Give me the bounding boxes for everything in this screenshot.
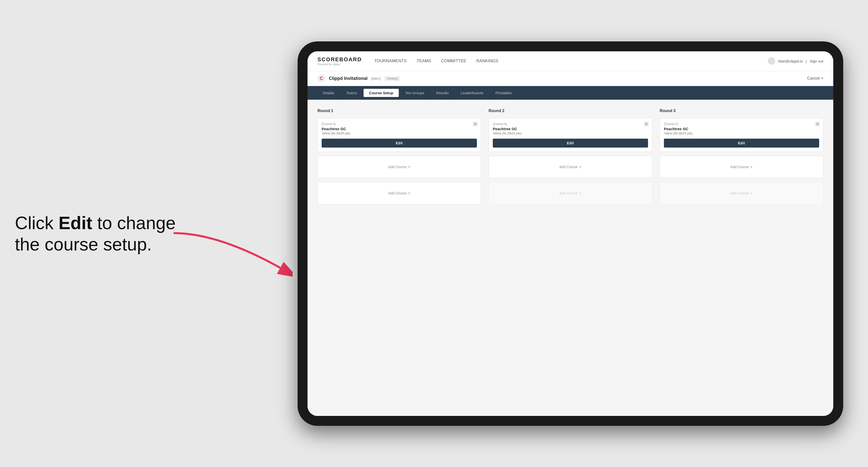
sub-header-left: C Clippd Invitational (Men) Hosting xyxy=(317,74,400,82)
round-1-label: Round 1 xyxy=(317,108,481,113)
tablet-screen: SCOREBOARD Powered by clippd TOURNAMENTS… xyxy=(308,51,833,416)
instruction-prefix: Click xyxy=(15,213,59,232)
nav-teams[interactable]: TEAMS xyxy=(416,59,431,63)
round-1-delete-icon[interactable]: ⊟ xyxy=(472,121,478,127)
rounds-grid: Round 1 (Course A) Peachtree GC Yellow (… xyxy=(317,108,824,205)
round-2-delete-icon[interactable]: ⊟ xyxy=(644,121,649,127)
tab-leaderboards[interactable]: Leaderboards xyxy=(455,89,489,97)
round-2-course-details: Yellow (M) (6629 yds) xyxy=(493,132,648,135)
tournament-name: Clippd Invitational xyxy=(329,76,368,81)
nav-links: TOURNAMENTS TEAMS COMMITTEE RANKINGS xyxy=(374,59,498,63)
instruction-bold: Edit xyxy=(59,213,92,232)
navbar-right: blair@clippd.io | Sign out xyxy=(768,57,824,65)
clippd-icon: C xyxy=(317,74,326,82)
scoreboard-logo: SCOREBOARD Powered by clippd xyxy=(317,56,362,66)
plus-icon-6: + xyxy=(750,191,752,195)
tab-tee-groups[interactable]: Tee Groups xyxy=(400,89,430,97)
cancel-label: Cancel xyxy=(807,76,819,81)
round-1-add-course-text-1: Add Course + xyxy=(388,165,410,169)
round-2-edit-button[interactable]: Edit xyxy=(493,138,648,148)
round-1-course-card: (Course A) Peachtree GC Yellow (M) (6629… xyxy=(317,118,481,152)
user-avatar xyxy=(768,57,775,65)
round-3-column: Round 3 (Course A) Peachtree GC Yellow (… xyxy=(660,108,824,205)
close-icon: × xyxy=(821,76,824,81)
round-1-add-course-2[interactable]: Add Course + xyxy=(317,182,481,205)
round-1-course-details: Yellow (M) (6629 yds) xyxy=(322,132,477,135)
tablet-frame: SCOREBOARD Powered by clippd TOURNAMENTS… xyxy=(298,41,843,426)
round-3-course-card: (Course A) Peachtree GC Yellow (M) (6629… xyxy=(660,118,824,152)
logo-subtitle: Powered by clippd xyxy=(317,63,362,66)
round-2-add-course-text-1: Add Course + xyxy=(559,165,581,169)
round-2-label: Round 2 xyxy=(489,108,652,113)
round-1-course-tag: (Course A) xyxy=(322,122,477,126)
round-2-course-card: (Course A) Peachtree GC Yellow (M) (6629… xyxy=(489,118,652,152)
tab-teams[interactable]: Teams xyxy=(341,89,363,97)
plus-icon-4: + xyxy=(579,191,581,195)
round-3-course-tag: (Course A) xyxy=(664,122,819,126)
main-content: Round 1 (Course A) Peachtree GC Yellow (… xyxy=(308,100,833,416)
round-3-add-course-2: Add Course + xyxy=(660,182,824,205)
round-1-add-course-text-2: Add Course + xyxy=(388,191,410,195)
round-1-edit-button[interactable]: Edit xyxy=(322,138,477,148)
round-2-add-course-text-2: Add Course + xyxy=(559,191,581,195)
user-email: blair@clippd.io xyxy=(778,59,803,63)
cancel-button[interactable]: Cancel × xyxy=(807,76,824,81)
tab-results[interactable]: Results xyxy=(431,89,454,97)
plus-icon-2: + xyxy=(408,191,410,195)
round-1-add-course-1[interactable]: Add Course + xyxy=(317,156,481,178)
hosting-badge: Hosting xyxy=(384,76,400,81)
separator: | xyxy=(806,59,807,63)
round-2-column: Round 2 (Course A) Peachtree GC Yellow (… xyxy=(489,108,652,205)
top-navbar: SCOREBOARD Powered by clippd TOURNAMENTS… xyxy=(308,51,833,71)
tournament-gender: (Men) xyxy=(371,76,381,81)
nav-tournaments[interactable]: TOURNAMENTS xyxy=(374,59,407,63)
navbar-left: SCOREBOARD Powered by clippd TOURNAMENTS… xyxy=(317,56,498,66)
sub-header: C Clippd Invitational (Men) Hosting Canc… xyxy=(308,71,833,86)
tab-bar: Details Teams Course Setup Tee Groups Re… xyxy=(308,86,833,100)
round-2-add-course-2: Add Course + xyxy=(489,182,652,205)
sign-out-link[interactable]: Sign out xyxy=(810,59,824,63)
tab-details[interactable]: Details xyxy=(317,89,340,97)
plus-icon-5: + xyxy=(750,165,752,169)
round-3-edit-button[interactable]: Edit xyxy=(664,138,819,148)
nav-committee[interactable]: COMMITTEE xyxy=(441,59,466,63)
round-2-add-course-1[interactable]: Add Course + xyxy=(489,156,652,178)
round-3-course-details: Yellow (M) (6629 yds) xyxy=(664,132,819,135)
round-2-course-name: Peachtree GC xyxy=(493,127,648,131)
nav-rankings[interactable]: RANKINGS xyxy=(476,59,498,63)
tab-course-setup[interactable]: Course Setup xyxy=(364,89,399,97)
round-3-add-course-text-2: Add Course + xyxy=(731,191,752,195)
round-3-add-course-1[interactable]: Add Course + xyxy=(660,156,824,178)
plus-icon-3: + xyxy=(579,165,581,169)
round-3-add-course-text-1: Add Course + xyxy=(731,165,752,169)
round-2-course-tag: (Course A) xyxy=(493,122,648,126)
round-3-delete-icon[interactable]: ⊟ xyxy=(815,121,820,127)
plus-icon-1: + xyxy=(408,165,410,169)
tab-printables[interactable]: Printables xyxy=(490,89,518,97)
logo-title: SCOREBOARD xyxy=(317,56,362,63)
instruction-panel: Click Edit to change the course setup. xyxy=(15,212,188,255)
round-3-label: Round 3 xyxy=(660,108,824,113)
round-3-course-name: Peachtree GC xyxy=(664,127,819,131)
round-1-column: Round 1 (Course A) Peachtree GC Yellow (… xyxy=(317,108,481,205)
round-1-course-name: Peachtree GC xyxy=(322,127,477,131)
